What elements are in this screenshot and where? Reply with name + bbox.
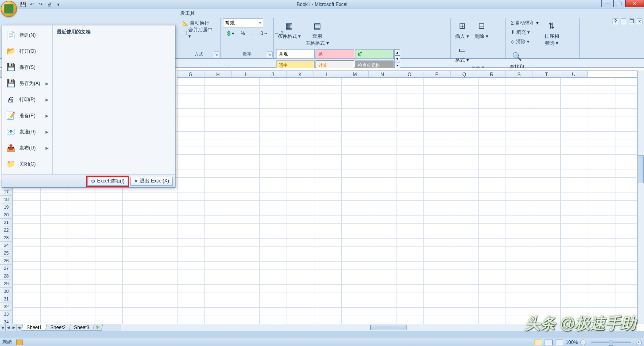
- insert-cells-button[interactable]: ⊞插入 ▾: [453, 19, 471, 41]
- view-page-layout-button[interactable]: [545, 340, 553, 345]
- gallery-scroll-up-icon[interactable]: ▲: [394, 49, 400, 56]
- number-launcher[interactable]: ↘: [267, 52, 272, 57]
- comma-button[interactable]: ,: [249, 29, 256, 38]
- delete-cells-button[interactable]: ⊟删除 ▾: [473, 19, 490, 41]
- menu-item-label: 发布(U): [19, 145, 36, 151]
- view-page-break-button[interactable]: [555, 340, 563, 345]
- alignment-launcher[interactable]: ↘: [214, 52, 219, 57]
- office-menu-item-7[interactable]: 📤发布(U)▶: [3, 140, 52, 156]
- column-header-Q[interactable]: Q: [451, 71, 478, 77]
- zoom-slider[interactable]: [591, 342, 631, 343]
- row-header-20[interactable]: 20: [0, 211, 13, 219]
- row-header-32[interactable]: 32: [0, 303, 13, 311]
- column-header-G[interactable]: G: [177, 71, 204, 77]
- column-header-J[interactable]: J: [259, 71, 287, 77]
- sheet-tab-1[interactable]: Sheet1: [21, 324, 47, 331]
- vertical-scroll-thumb[interactable]: [638, 155, 644, 183]
- row-header-30[interactable]: 30: [0, 288, 13, 295]
- office-menu-item-3[interactable]: 💾另存为(A)▶: [3, 75, 52, 91]
- row-header-33[interactable]: 33: [0, 311, 13, 318]
- tab-nav-prev-icon[interactable]: ◀: [6, 324, 11, 331]
- view-normal-button[interactable]: [534, 340, 542, 345]
- gallery-scroll-down-icon[interactable]: ▼: [394, 56, 400, 62]
- qat-undo-icon[interactable]: ↶: [28, 1, 35, 8]
- maximize-button[interactable]: ☐: [613, 0, 625, 7]
- mdi-close-icon[interactable]: ×: [637, 19, 642, 24]
- vertical-scrollbar[interactable]: [637, 70, 644, 324]
- exit-excel-button[interactable]: ✕ 退出 Excel(X): [130, 177, 173, 186]
- office-menu-item-4[interactable]: 🖨打印(P)▶: [3, 91, 52, 108]
- column-header-M[interactable]: M: [341, 71, 369, 77]
- format-cells-button[interactable]: ▭格式 ▾: [453, 42, 471, 64]
- cell-style-normal[interactable]: 常规: [276, 49, 315, 59]
- row-header-23[interactable]: 23: [0, 234, 13, 242]
- number-format-combo[interactable]: 常规: [223, 19, 263, 27]
- office-menu-item-2[interactable]: 💾保存(S): [3, 59, 52, 75]
- qat-customize-icon[interactable]: ▾: [55, 1, 62, 8]
- column-header-L[interactable]: L: [314, 71, 341, 77]
- zoom-in-button[interactable]: +: [636, 340, 642, 345]
- zoom-out-button[interactable]: −: [580, 340, 586, 345]
- row-header-31[interactable]: 31: [0, 295, 13, 303]
- merge-center-button[interactable]: ⬚ 合并后居中 ▾: [180, 28, 218, 37]
- ribbon: 发工具 ? _ ❐ × 📐 自动换行 ⬚ 合并后居中 ▾ 方式 ↘ 常规 💲▾ …: [0, 9, 644, 59]
- column-header-S[interactable]: S: [506, 71, 533, 77]
- column-header-I[interactable]: I: [232, 71, 259, 77]
- row-header-21[interactable]: 21: [0, 219, 13, 226]
- row-header-19[interactable]: 19: [0, 203, 13, 211]
- row-header-18[interactable]: 18: [0, 196, 13, 203]
- horizontal-scrollbar[interactable]: [121, 324, 637, 331]
- row-header-25[interactable]: 25: [0, 249, 13, 257]
- row-header-17[interactable]: 17: [0, 188, 13, 196]
- column-header-K[interactable]: K: [287, 71, 314, 77]
- row-header-22[interactable]: 22: [0, 226, 13, 234]
- office-button[interactable]: [1, 1, 17, 17]
- close-button[interactable]: ✕: [625, 0, 644, 7]
- column-header-T[interactable]: T: [533, 71, 560, 77]
- horizontal-scroll-thumb[interactable]: [370, 325, 407, 330]
- column-header-N[interactable]: N: [369, 71, 396, 77]
- sheet-tab-2[interactable]: Sheet2: [45, 324, 70, 331]
- tab-nav-next-icon[interactable]: ▶: [11, 324, 17, 331]
- office-menu-item-5[interactable]: 📝准备(E)▶: [3, 108, 52, 124]
- cell-style-good[interactable]: 好: [355, 49, 394, 59]
- mdi-minimize-icon[interactable]: _: [621, 19, 626, 24]
- row-header-26[interactable]: 26: [0, 257, 13, 265]
- cell-style-bad[interactable]: 差: [316, 49, 354, 59]
- increase-decimal-button[interactable]: .0→: [256, 29, 271, 38]
- office-menu-item-6[interactable]: 📧发送(D)▶: [3, 124, 52, 140]
- help-icon[interactable]: ?: [613, 19, 618, 24]
- column-header-R[interactable]: R: [478, 71, 506, 77]
- format-as-table-button[interactable]: ▤套用 表格格式 ▾: [304, 19, 330, 48]
- ribbon-tab-developer[interactable]: 发工具: [177, 9, 198, 18]
- office-menu-item-8[interactable]: 📁关闭(C): [3, 156, 52, 172]
- row-header-29[interactable]: 29: [0, 280, 13, 288]
- qat-save-icon[interactable]: 💾: [19, 1, 27, 8]
- office-menu-item-1[interactable]: 📂打开(O): [3, 43, 52, 59]
- column-header-P[interactable]: P: [423, 71, 451, 77]
- tab-nav-first-icon[interactable]: ⏮: [0, 324, 6, 331]
- row-header-24[interactable]: 24: [0, 242, 13, 249]
- percent-button[interactable]: %: [238, 29, 248, 38]
- mdi-restore-icon[interactable]: ❐: [629, 19, 634, 24]
- column-header-U[interactable]: U: [560, 71, 588, 77]
- currency-button[interactable]: 💲▾: [223, 29, 237, 38]
- fill-button[interactable]: ⬇ 填充 ▾: [508, 28, 541, 37]
- zoom-level[interactable]: 100%: [566, 340, 578, 345]
- minimize-button[interactable]: —: [601, 0, 613, 7]
- sort-filter-button[interactable]: ⇅排序和 筛选 ▾: [543, 19, 561, 48]
- clear-button[interactable]: ◇ 清除 ▾: [508, 37, 541, 46]
- sheet-tab-3[interactable]: Sheet3: [69, 324, 94, 331]
- column-header-O[interactable]: O: [396, 71, 423, 77]
- qat-redo-icon[interactable]: ↷: [37, 1, 44, 8]
- qat-print-icon[interactable]: 🖨: [46, 1, 53, 8]
- autosum-button[interactable]: Σ 自动求和 ▾: [508, 19, 541, 27]
- excel-options-button[interactable]: ⚙ Excel 选项(I): [87, 177, 128, 186]
- office-menu-item-0[interactable]: 📄新建(N): [3, 27, 52, 43]
- row-header-28[interactable]: 28: [0, 272, 13, 280]
- conditional-formatting-button[interactable]: ▦条件格式 ▾: [276, 19, 302, 41]
- new-sheet-button[interactable]: ✻: [93, 324, 103, 331]
- row-header-27[interactable]: 27: [0, 265, 13, 272]
- column-header-H[interactable]: H: [204, 71, 232, 77]
- macro-record-icon[interactable]: [16, 340, 23, 345]
